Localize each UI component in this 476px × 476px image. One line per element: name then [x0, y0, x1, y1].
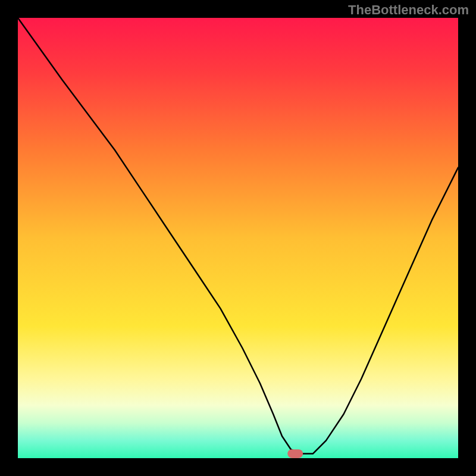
watermark-text: TheBottleneck.com — [348, 2, 469, 18]
chart-gradient-bg — [18, 18, 458, 458]
bottleneck-chart: TheBottleneck.com — [0, 0, 476, 476]
chart-svg — [0, 0, 476, 476]
marker-optimal-point — [287, 449, 303, 458]
